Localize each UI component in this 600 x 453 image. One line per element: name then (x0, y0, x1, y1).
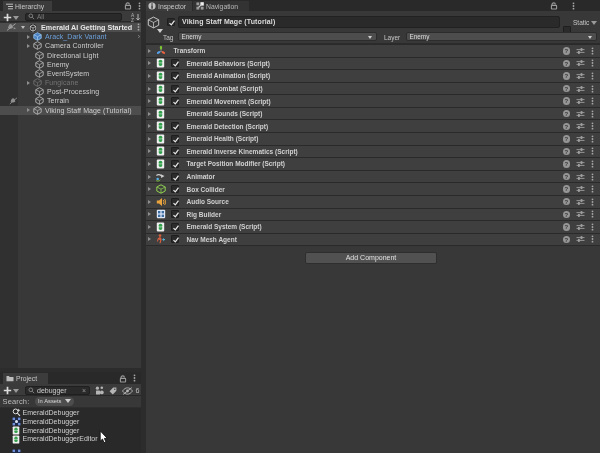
svg-text:Z: Z (131, 18, 134, 22)
